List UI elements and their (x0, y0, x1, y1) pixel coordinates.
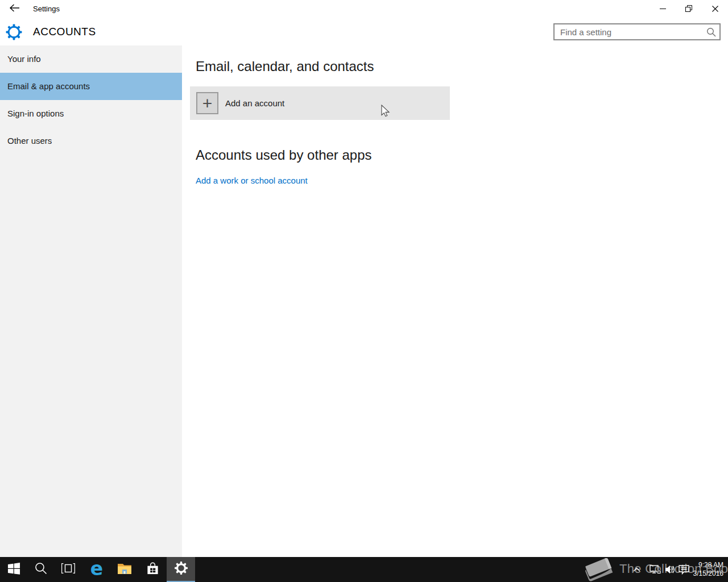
taskbar-clock[interactable]: 9:28 AM 3/15/2016 (693, 557, 723, 582)
search-box (553, 23, 721, 40)
network-icon[interactable] (648, 557, 662, 582)
app-title: Settings (33, 0, 60, 18)
back-arrow-icon (9, 4, 20, 14)
sidebar-item-email-app-accounts[interactable]: Email & app accounts (0, 73, 182, 100)
add-work-school-account-link[interactable]: Add a work or school account (196, 176, 308, 185)
add-account-button[interactable]: + Add an account (190, 86, 450, 120)
file-explorer-button[interactable] (111, 557, 138, 582)
sidebar: Your info Email & app accounts Sign-in o… (0, 45, 182, 557)
minimize-icon (660, 4, 666, 14)
edge-icon: e (90, 559, 103, 578)
window-controls (650, 0, 728, 18)
back-button[interactable] (3, 0, 25, 18)
close-button[interactable] (702, 0, 728, 18)
search-input[interactable] (555, 24, 719, 39)
start-button[interactable] (0, 557, 27, 582)
taskbar-search-icon (35, 562, 47, 577)
main-content: Email, calendar, and contacts + Add an a… (182, 45, 728, 557)
mouse-cursor (381, 105, 391, 120)
settings-gear-icon (6, 24, 22, 40)
taskbar-search-button[interactable] (27, 557, 55, 582)
volume-icon[interactable] (663, 557, 677, 582)
watermark-book-icon (581, 558, 617, 582)
edge-button[interactable]: e (83, 557, 110, 582)
file-explorer-icon (117, 563, 132, 577)
store-icon (146, 562, 159, 577)
settings-gear-taskbar-icon (175, 562, 188, 577)
taskbar: e (0, 557, 728, 582)
other-apps-section-heading: Accounts used by other apps (196, 147, 372, 163)
store-button[interactable] (139, 557, 166, 582)
restore-button[interactable] (676, 0, 702, 18)
clock-time: 9:28 AM (698, 561, 723, 569)
plus-icon: + (196, 92, 218, 114)
settings-taskbar-button[interactable] (167, 557, 195, 582)
settings-window: Settings (0, 0, 728, 582)
restore-icon (685, 4, 692, 14)
close-icon (712, 4, 718, 14)
clock-date: 3/15/2016 (693, 569, 723, 578)
tray-chevron-icon[interactable] (630, 557, 643, 582)
sidebar-item-other-users[interactable]: Other users (0, 127, 182, 155)
sidebar-item-your-info[interactable]: Your info (0, 45, 182, 73)
page-header: ACCOUNTS (0, 18, 728, 45)
sidebar-item-sign-in-options[interactable]: Sign-in options (0, 100, 182, 127)
windows-start-icon (7, 562, 20, 577)
task-view-icon (61, 563, 75, 576)
page-title: ACCOUNTS (33, 18, 96, 45)
titlebar: Settings (0, 0, 728, 18)
action-center-icon[interactable] (677, 557, 690, 582)
task-view-button[interactable] (55, 557, 82, 582)
email-section-heading: Email, calendar, and contacts (196, 59, 374, 74)
search-icon[interactable] (706, 27, 716, 37)
add-account-label: Add an account (225, 86, 284, 120)
minimize-button[interactable] (650, 0, 676, 18)
